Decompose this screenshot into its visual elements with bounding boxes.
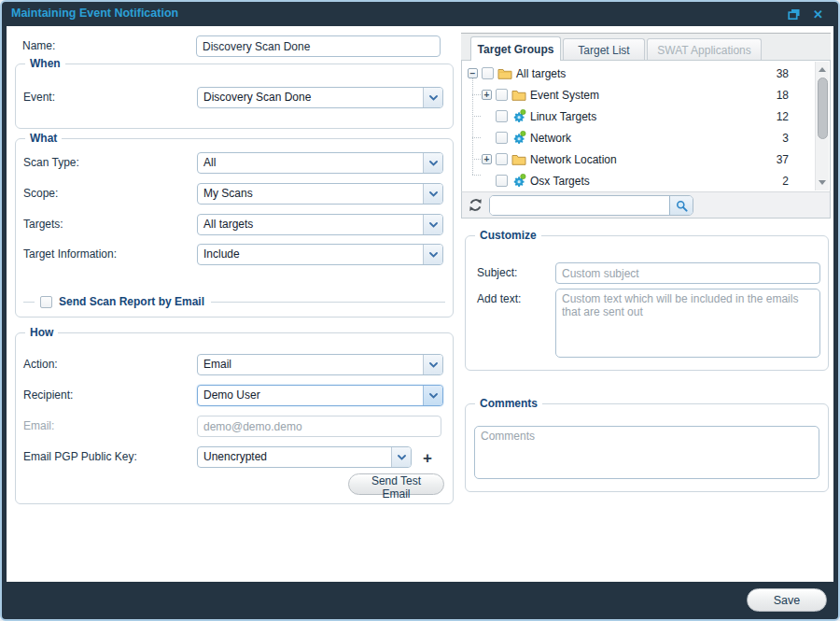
comments-textarea[interactable] (474, 426, 819, 479)
recipient-select[interactable]: Demo User (197, 385, 443, 406)
search-input[interactable] (490, 196, 669, 215)
send-report-checkbox[interactable] (40, 296, 52, 308)
tab-label: Target List (578, 44, 629, 57)
action-value: Email (198, 355, 423, 374)
folder-icon (497, 67, 512, 79)
what-fieldset: What Scan Type: All Scope: My Scans Targ… (15, 138, 454, 318)
pgp-key-label: Email PGP Public Key: (23, 450, 137, 463)
divider (23, 302, 35, 303)
scrollbar-thumb[interactable] (818, 78, 828, 139)
tree-checkbox[interactable] (496, 153, 508, 165)
when-legend: When (25, 57, 65, 70)
tree-row-all-targets[interactable]: − All targets 38 (462, 63, 813, 84)
restore-icon[interactable] (787, 7, 801, 21)
chevron-down-icon[interactable] (423, 88, 442, 107)
tree-search (489, 195, 693, 216)
chevron-down-icon[interactable] (423, 153, 442, 173)
tab-label: SWAT Applications (657, 44, 751, 57)
scope-value: My Scans (198, 184, 423, 204)
tree-item-count: 12 (777, 110, 789, 123)
close-icon[interactable]: ✕ (811, 7, 825, 21)
expand-icon[interactable]: + (482, 90, 492, 100)
targets-select[interactable]: All targets (197, 214, 443, 235)
pgp-key-value: Unencrypted (198, 447, 391, 467)
search-icon[interactable] (669, 196, 693, 215)
action-label: Action: (23, 358, 58, 371)
action-select[interactable]: Email (197, 354, 443, 375)
email-label: Email: (23, 419, 54, 432)
tree-checkbox[interactable] (496, 132, 508, 144)
comments-fieldset: Comments (465, 403, 829, 492)
add-pgp-key-button[interactable]: + (423, 450, 432, 466)
email-input[interactable] (197, 416, 441, 437)
tree-checkbox[interactable] (496, 110, 508, 122)
tree-checkbox[interactable] (496, 89, 508, 101)
chevron-down-icon[interactable] (391, 447, 411, 467)
chevron-down-icon[interactable] (423, 215, 442, 234)
tree-toolbar (461, 191, 831, 219)
when-fieldset: When Event: Discovery Scan Done (15, 64, 454, 129)
tree-item-label: Network (530, 132, 571, 145)
chevron-down-icon[interactable] (423, 184, 442, 204)
tree-checkbox[interactable] (482, 67, 494, 79)
tree-row-network-location[interactable]: + Network Location 37 (462, 148, 813, 170)
tree-checkbox[interactable] (496, 175, 508, 187)
scan-type-select[interactable]: All (197, 152, 443, 174)
tree-row-osx-targets[interactable]: Osx Targets 2 (462, 170, 813, 191)
target-information-label: Target Information: (23, 247, 117, 261)
tree-item-label: Osx Targets (530, 175, 590, 188)
tree-row-network[interactable]: Network 3 (462, 127, 813, 148)
scan-type-label: Scan Type: (23, 156, 79, 169)
scan-type-value: All (198, 153, 423, 173)
event-label: Event: (23, 91, 55, 104)
chevron-down-icon[interactable] (423, 245, 442, 264)
collapse-icon[interactable]: − (468, 68, 478, 78)
refresh-icon[interactable] (468, 197, 484, 214)
folder-icon (511, 89, 526, 101)
chevron-down-icon[interactable] (423, 386, 442, 405)
how-legend: How (25, 326, 58, 339)
tab-target-list[interactable]: Target List (563, 38, 645, 61)
recipient-value: Demo User (198, 386, 423, 405)
target-groups-tree: − All targets 38 + Event System 18 Linux… (461, 60, 831, 192)
tree-item-label: All targets (516, 67, 566, 80)
target-information-value: Include (198, 245, 423, 264)
tree-item-count: 3 (782, 132, 789, 145)
targets-label: Targets: (23, 218, 63, 231)
gear-icon (511, 109, 526, 123)
tree-row-event-system[interactable]: + Event System 18 (462, 84, 813, 106)
tab-swat-applications: SWAT Applications (647, 38, 762, 61)
chevron-down-icon[interactable] (423, 355, 442, 374)
gear-icon (511, 131, 526, 145)
tree-row-linux-targets[interactable]: Linux Targets 12 (462, 106, 813, 127)
how-fieldset: How Action: Email Recipient: Demo User E… (15, 332, 454, 504)
add-text-textarea[interactable] (555, 289, 820, 358)
event-select[interactable]: Discovery Scan Done (197, 87, 443, 108)
comments-legend: Comments (475, 397, 542, 410)
dialog-content: Name: When Event: Discovery Scan Done Wh… (7, 26, 833, 582)
gear-icon (511, 174, 526, 188)
subject-input[interactable] (555, 262, 820, 284)
what-legend: What (25, 132, 62, 145)
targets-value: All targets (198, 215, 423, 234)
tab-target-groups[interactable]: Target Groups (470, 36, 561, 61)
dialog-window: Maintaining Event Notification ✕ Name: W… (0, 0, 840, 621)
tree-item-count: 2 (782, 175, 789, 188)
tree-scrollbar[interactable] (815, 62, 829, 191)
scroll-down-icon[interactable] (819, 180, 826, 185)
send-report-label: Send Scan Report by Email (59, 295, 204, 308)
subject-label: Subject: (477, 266, 517, 279)
pgp-key-select[interactable]: Unencrypted (197, 446, 412, 468)
target-information-select[interactable]: Include (197, 244, 443, 265)
tree-item-count: 18 (777, 89, 789, 102)
expand-icon[interactable]: + (482, 154, 492, 164)
folder-icon (511, 153, 526, 165)
scope-select[interactable]: My Scans (197, 183, 443, 205)
name-input[interactable] (196, 35, 441, 57)
scroll-up-icon[interactable] (819, 67, 826, 72)
recipient-label: Recipient: (23, 388, 73, 402)
dialog-title: Maintaining Event Notification (11, 7, 178, 20)
save-button[interactable]: Save (747, 588, 827, 612)
send-test-email-button[interactable]: Send Test Email (348, 473, 444, 495)
title-bar[interactable]: Maintaining Event Notification ✕ (2, 2, 838, 26)
